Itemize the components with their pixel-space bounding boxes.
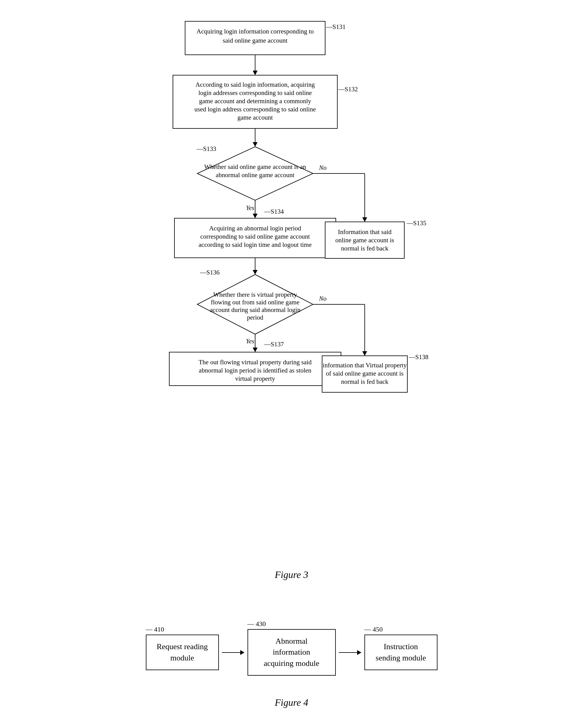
module-410-id-label: — 410 — [146, 625, 164, 633]
svg-marker-26 — [362, 217, 367, 222]
arrow-line — [222, 652, 240, 653]
svg-text:game account: game account — [237, 114, 273, 121]
svg-text:login addresses corresponding : login addresses corresponding to said on… — [198, 89, 312, 97]
module-450-id-label: — 450 — [364, 625, 383, 633]
module-430-wrapper: — 430 Abnormal information acquiring mod… — [248, 629, 336, 676]
module-410: Request reading module — [146, 634, 219, 670]
svg-marker-37 — [253, 270, 258, 275]
svg-text:—S135: —S135 — [406, 219, 426, 227]
fig3-svg-container: Acquiring login information correspondin… — [109, 12, 474, 560]
svg-text:normal is fed back: normal is fed back — [341, 245, 388, 252]
svg-text:Yes: Yes — [246, 338, 254, 345]
arrow-head-2 — [357, 650, 361, 655]
svg-text:—S134: —S134 — [264, 208, 284, 215]
svg-text:according to said login time a: according to said login time and logout … — [199, 241, 312, 248]
svg-text:abnormal login period is ident: abnormal login period is identified as s… — [199, 367, 311, 374]
module-430: Abnormal information acquiring module — [248, 629, 336, 676]
arrow-410-430 — [222, 650, 245, 655]
fig4-modules-row: — 410 Request reading module — 430 Abnor… — [146, 629, 437, 676]
svg-text:flowing out from said online g: flowing out from said online game — [211, 298, 299, 306]
arrow-430-450 — [339, 650, 361, 655]
svg-text:virtual property: virtual property — [235, 375, 275, 382]
figure3-label: Figure 3 — [109, 569, 474, 580]
svg-text:information that Virtual prope: information that Virtual property — [323, 362, 407, 369]
svg-text:No: No — [319, 164, 327, 171]
module-410-text: Request reading module — [156, 641, 209, 664]
svg-text:—S138: —S138 — [409, 353, 428, 361]
svg-text:No: No — [319, 295, 327, 302]
module-450-text: Instruction sending module — [374, 641, 428, 664]
svg-text:Acquiring an abnormal login pe: Acquiring an abnormal login period — [209, 225, 301, 232]
svg-text:used login address correspondi: used login address corresponding to said… — [194, 106, 316, 113]
arrow-head — [240, 650, 245, 655]
figure4-label: Figure 4 — [275, 697, 308, 708]
svg-text:Whether said online game accou: Whether said online game account is an — [204, 163, 306, 171]
svg-text:Acquiring login information co: Acquiring login information correspondin… — [196, 28, 313, 35]
svg-marker-45 — [253, 347, 258, 352]
svg-text:—S133: —S133 — [196, 145, 216, 153]
svg-text:According to said login inform: According to said login information, acq… — [196, 81, 315, 88]
diagram-container: Acquiring login information correspondin… — [109, 12, 474, 714]
svg-text:Information that said: Information that said — [338, 228, 391, 236]
svg-marker-51 — [362, 351, 367, 356]
figure3: Acquiring login information correspondin… — [109, 12, 474, 587]
svg-text:abnormal online game account: abnormal online game account — [216, 171, 294, 179]
svg-text:game account and determining a: game account and determining a commonly — [199, 97, 311, 105]
svg-text:Yes: Yes — [246, 204, 254, 211]
svg-text:—S136: —S136 — [200, 269, 220, 276]
svg-text:—S131: —S131 — [326, 23, 346, 30]
svg-text:Whether there is virtual prope: Whether there is virtual property — [213, 291, 297, 298]
module-430-text: Abnormal information acquiring module — [257, 636, 326, 669]
svg-marker-14 — [253, 142, 258, 147]
svg-text:—S132: —S132 — [338, 85, 358, 93]
svg-text:The out flowing virtual proper: The out flowing virtual property during … — [199, 359, 311, 366]
svg-text:of said online game account is: of said online game account is — [326, 370, 403, 377]
svg-marker-20 — [253, 214, 258, 218]
module-430-id-label: — 430 — [248, 620, 266, 628]
svg-text:account during said abnormal l: account during said abnormal login — [210, 306, 301, 313]
svg-text:online game account is: online game account is — [335, 236, 394, 244]
arrow-line-2 — [339, 652, 357, 653]
svg-text:period: period — [247, 314, 263, 321]
module-450-wrapper: — 450 Instruction sending module — [364, 634, 437, 670]
svg-text:corresponding to said online g: corresponding to said online game accoun… — [200, 233, 310, 240]
module-410-wrapper: — 410 Request reading module — [146, 634, 219, 670]
module-450: Instruction sending module — [364, 634, 437, 670]
svg-text:normal is fed back: normal is fed back — [341, 378, 388, 385]
svg-text:said online game account: said online game account — [223, 37, 287, 44]
figure4: — 410 Request reading module — 430 Abnor… — [109, 617, 474, 714]
svg-marker-5 — [253, 71, 258, 75]
svg-text:—S137: —S137 — [264, 341, 284, 348]
